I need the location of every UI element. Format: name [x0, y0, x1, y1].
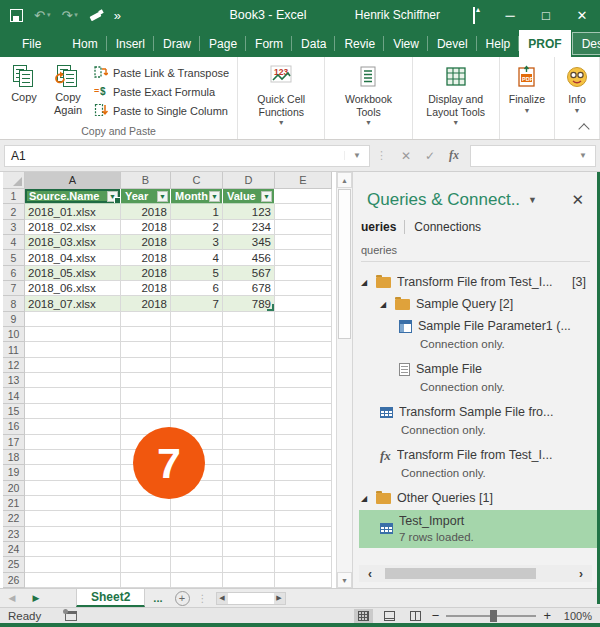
- empty-cell[interactable]: [275, 327, 332, 342]
- empty-cell[interactable]: [171, 573, 223, 588]
- row-header-6[interactable]: 6: [3, 266, 25, 281]
- empty-cell[interactable]: [171, 511, 223, 526]
- tab-revie[interactable]: Revie: [335, 30, 384, 57]
- empty-cell[interactable]: [171, 373, 223, 388]
- table-header-cell-source-name[interactable]: Source.Name▼: [25, 189, 121, 204]
- column-header-b[interactable]: B: [121, 172, 171, 189]
- empty-cell[interactable]: [171, 342, 223, 357]
- sheet-more-tabs[interactable]: ...: [145, 589, 170, 607]
- zoom-slider-thumb[interactable]: [490, 610, 497, 622]
- name-box[interactable]: A1 ▼: [4, 145, 370, 167]
- row-header-26[interactable]: 26: [3, 573, 25, 588]
- empty-cell[interactable]: [25, 388, 121, 403]
- empty-cell[interactable]: [223, 312, 275, 327]
- empty-cell[interactable]: [223, 557, 275, 572]
- qat-more-icon[interactable]: »: [114, 8, 121, 23]
- empty-cell[interactable]: [275, 342, 332, 357]
- column-header-a[interactable]: A: [25, 172, 121, 189]
- empty-cell[interactable]: [275, 358, 332, 373]
- page-break-view-icon[interactable]: [406, 609, 425, 623]
- empty-cell[interactable]: [275, 266, 332, 281]
- grid-vertical-scrollbar[interactable]: ▲ ▼: [336, 172, 352, 588]
- empty-cell[interactable]: [121, 327, 171, 342]
- empty-cell[interactable]: [121, 388, 171, 403]
- row-header-15[interactable]: 15: [3, 404, 25, 419]
- table-cell[interactable]: 678: [223, 281, 275, 296]
- empty-cell[interactable]: [25, 342, 121, 357]
- query-item-sample-query-2-[interactable]: ◢Sample Query [2]: [359, 294, 590, 314]
- empty-cell[interactable]: [171, 358, 223, 373]
- row-header-17[interactable]: 17: [3, 435, 25, 450]
- empty-cell[interactable]: [171, 404, 223, 419]
- empty-cell[interactable]: [275, 296, 332, 311]
- empty-cell[interactable]: [25, 527, 121, 542]
- maximize-button[interactable]: □: [538, 8, 554, 23]
- zoom-in-icon[interactable]: +: [543, 608, 551, 623]
- empty-cell[interactable]: [171, 542, 223, 557]
- quick-cell-functions-button[interactable]: 123Quick Cell Functions▼: [240, 59, 322, 128]
- table-cell[interactable]: 2018_02.xlsx: [25, 220, 121, 235]
- redo-icon[interactable]: ↷▾: [61, 8, 77, 23]
- table-cell[interactable]: 456: [223, 250, 275, 265]
- empty-cell[interactable]: [25, 358, 121, 373]
- empty-cell[interactable]: [171, 496, 223, 511]
- grid-hscroll-thumb[interactable]: [228, 593, 274, 604]
- zoom-level[interactable]: 100%: [558, 610, 592, 622]
- empty-cell[interactable]: [121, 573, 171, 588]
- empty-cell[interactable]: [275, 373, 332, 388]
- paste-item-1[interactable]: =$Paste Exact Formula: [94, 84, 229, 99]
- tab-devel[interactable]: Devel: [428, 30, 477, 57]
- table-cell[interactable]: 2018: [121, 220, 171, 235]
- formula-bar-expand-icon[interactable]: ▼: [579, 151, 595, 160]
- new-sheet-icon[interactable]: +: [175, 591, 190, 606]
- row-header-13[interactable]: 13: [3, 373, 25, 388]
- panel-hscroll-thumb[interactable]: [385, 568, 536, 579]
- filter-dropdown-icon[interactable]: ▼: [107, 191, 118, 202]
- empty-cell[interactable]: [25, 435, 121, 450]
- grid-vscroll-thumb[interactable]: [338, 189, 351, 339]
- row-header-24[interactable]: 24: [3, 542, 25, 557]
- table-cell[interactable]: 2018_06.xlsx: [25, 281, 121, 296]
- table-cell[interactable]: 567: [223, 266, 275, 281]
- empty-cell[interactable]: [121, 527, 171, 542]
- empty-cell[interactable]: [275, 235, 332, 250]
- table-cell[interactable]: 3: [171, 235, 223, 250]
- macro-record-icon[interactable]: [65, 611, 77, 621]
- empty-cell[interactable]: [223, 388, 275, 403]
- table-cell[interactable]: 4: [171, 250, 223, 265]
- empty-cell[interactable]: [275, 542, 332, 557]
- empty-cell[interactable]: [25, 450, 121, 465]
- row-header-8[interactable]: 8: [3, 296, 25, 311]
- table-cell[interactable]: 1: [171, 204, 223, 219]
- sheet-next-icon[interactable]: ▶: [24, 589, 48, 607]
- empty-cell[interactable]: [275, 204, 332, 219]
- info-button[interactable]: Info▼: [557, 59, 597, 115]
- normal-view-icon[interactable]: [354, 609, 373, 623]
- table-cell[interactable]: 2018: [121, 281, 171, 296]
- empty-cell[interactable]: [275, 435, 332, 450]
- tab-form[interactable]: Form: [246, 30, 292, 57]
- filter-dropdown-icon[interactable]: ▼: [261, 191, 272, 202]
- minimize-button[interactable]: ─: [502, 8, 518, 23]
- close-button[interactable]: ✕: [574, 8, 590, 23]
- empty-cell[interactable]: [25, 511, 121, 526]
- empty-cell[interactable]: [223, 358, 275, 373]
- panel-scroll-right-icon[interactable]: ›: [570, 567, 592, 581]
- row-header-19[interactable]: 19: [3, 465, 25, 480]
- column-header-e[interactable]: E: [275, 172, 332, 189]
- empty-cell[interactable]: [275, 511, 332, 526]
- empty-cell[interactable]: [121, 404, 171, 419]
- row-header-18[interactable]: 18: [3, 450, 25, 465]
- cancel-formula-icon[interactable]: ✕: [394, 149, 418, 163]
- empty-cell[interactable]: [223, 404, 275, 419]
- row-header-14[interactable]: 14: [3, 388, 25, 403]
- table-cell[interactable]: 234: [223, 220, 275, 235]
- table-cell[interactable]: 123: [223, 204, 275, 219]
- workbook-tools-button[interactable]: Workbook Tools▼: [327, 59, 409, 128]
- empty-cell[interactable]: [171, 557, 223, 572]
- sheet-tab-sheet2[interactable]: Sheet2: [76, 589, 145, 607]
- empty-cell[interactable]: [223, 435, 275, 450]
- row-header-7[interactable]: 7: [3, 281, 25, 296]
- panel-horizontal-scrollbar[interactable]: ‹ ›: [359, 565, 592, 582]
- table-cell[interactable]: 5: [171, 266, 223, 281]
